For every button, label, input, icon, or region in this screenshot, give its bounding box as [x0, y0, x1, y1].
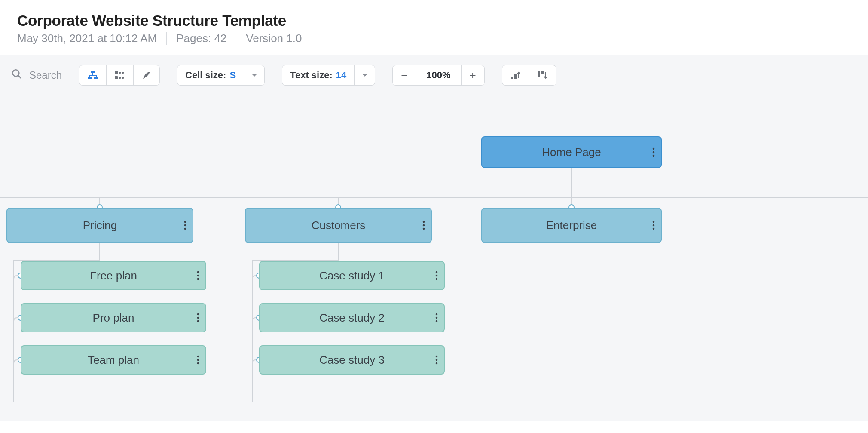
node-label: Case study 2	[319, 311, 385, 325]
svg-point-51	[436, 275, 438, 277]
svg-point-49	[197, 362, 199, 365]
svg-rect-13	[538, 71, 540, 77]
cell-size-select[interactable]: Cell size: S	[177, 65, 265, 86]
cell-size-label: Cell size:	[185, 70, 226, 81]
meta-date: May 30th, 2021 at 10:12 AM	[17, 32, 157, 45]
svg-point-48	[197, 359, 199, 361]
cell-size-value: S	[229, 70, 236, 81]
svg-point-50	[436, 271, 438, 273]
node-label: Pro plan	[93, 311, 134, 325]
svg-point-55	[436, 320, 438, 322]
svg-point-44	[197, 313, 199, 316]
search-input[interactable]: Search	[11, 68, 62, 82]
svg-point-31	[653, 155, 655, 157]
text-size-select[interactable]: Text size: 14	[282, 65, 375, 86]
node-label: Free plan	[90, 269, 137, 283]
svg-point-37	[423, 228, 425, 230]
search-icon	[11, 68, 22, 82]
page-meta: May 30th, 2021 at 10:12 AM Pages: 42 Ver…	[17, 32, 851, 45]
zoom-control: − 100% +	[392, 65, 484, 86]
svg-point-43	[197, 278, 199, 280]
svg-rect-9	[119, 77, 121, 79]
node-label: Home Page	[542, 146, 601, 159]
node-enterprise[interactable]: Enterprise	[481, 208, 662, 243]
svg-rect-10	[122, 77, 124, 79]
node-menu-button[interactable]	[652, 209, 655, 242]
meta-separator	[236, 32, 236, 45]
node-team-plan[interactable]: Team plan	[21, 345, 206, 375]
text-size-label: Text size:	[290, 70, 333, 81]
svg-rect-2	[91, 71, 95, 73]
svg-point-32	[184, 221, 186, 223]
node-menu-button[interactable]	[652, 137, 655, 167]
svg-point-45	[197, 317, 199, 319]
svg-point-56	[436, 356, 438, 358]
svg-rect-5	[115, 71, 118, 74]
svg-point-52	[436, 278, 438, 280]
node-label: Case study 3	[319, 353, 385, 367]
zoom-out-button[interactable]: −	[393, 65, 416, 85]
svg-point-40	[653, 228, 655, 230]
node-menu-button[interactable]	[184, 209, 186, 242]
svg-rect-12	[514, 74, 517, 79]
view-tree-button[interactable]	[79, 65, 107, 85]
svg-line-1	[18, 76, 21, 78]
svg-point-36	[423, 224, 425, 227]
node-label: Customers	[312, 219, 366, 232]
view-mode-group	[79, 65, 160, 86]
node-menu-button[interactable]	[422, 209, 425, 242]
svg-point-46	[197, 320, 199, 322]
chevron-down-icon[interactable]	[354, 65, 375, 85]
svg-point-29	[653, 148, 655, 150]
node-free-plan[interactable]: Free plan	[21, 261, 206, 290]
sort-ascending-button[interactable]	[502, 65, 529, 85]
sitemap-diagram[interactable]: Home Page Pricing Customers Enterprise	[0, 86, 868, 421]
svg-rect-11	[511, 77, 513, 79]
svg-point-39	[653, 224, 655, 227]
node-menu-button[interactable]	[197, 262, 199, 289]
view-freeform-button[interactable]	[134, 65, 159, 85]
svg-rect-8	[115, 76, 118, 79]
node-customers[interactable]: Customers	[245, 208, 432, 243]
node-menu-button[interactable]	[435, 304, 438, 332]
node-menu-button[interactable]	[197, 346, 199, 374]
meta-pages: Pages: 42	[176, 32, 226, 45]
meta-version: Version 1.0	[246, 32, 302, 45]
node-case-study-2[interactable]: Case study 2	[259, 303, 445, 332]
chevron-down-icon[interactable]	[244, 65, 264, 85]
svg-point-34	[184, 228, 186, 230]
node-case-study-3[interactable]: Case study 3	[259, 345, 445, 375]
node-menu-button[interactable]	[435, 262, 438, 289]
node-menu-button[interactable]	[435, 346, 438, 374]
svg-rect-6	[119, 72, 121, 74]
node-label: Team plan	[88, 353, 139, 367]
node-home-page[interactable]: Home Page	[481, 136, 662, 168]
svg-point-47	[197, 356, 199, 358]
svg-point-35	[423, 221, 425, 223]
svg-rect-4	[94, 77, 98, 79]
svg-point-30	[653, 151, 655, 154]
meta-separator	[166, 32, 167, 45]
sort-group	[502, 65, 556, 86]
svg-point-58	[436, 362, 438, 365]
svg-point-54	[436, 317, 438, 319]
svg-point-42	[197, 275, 199, 277]
node-pricing[interactable]: Pricing	[6, 208, 193, 243]
node-label: Pricing	[83, 219, 117, 232]
svg-point-33	[184, 224, 186, 227]
node-label: Case study 1	[319, 269, 385, 283]
sort-descending-button[interactable]	[529, 65, 556, 85]
node-menu-button[interactable]	[197, 304, 199, 332]
node-pro-plan[interactable]: Pro plan	[21, 303, 206, 332]
svg-point-41	[197, 271, 199, 273]
zoom-in-button[interactable]: +	[461, 65, 484, 85]
svg-rect-14	[541, 71, 544, 74]
view-list-button[interactable]	[107, 65, 134, 85]
svg-rect-7	[122, 72, 124, 74]
node-case-study-1[interactable]: Case study 1	[259, 261, 445, 290]
svg-point-57	[436, 359, 438, 361]
svg-point-38	[653, 221, 655, 223]
text-size-value: 14	[336, 70, 346, 81]
search-placeholder: Search	[29, 69, 62, 81]
page-title: Corporate Website Structure Template	[17, 12, 851, 29]
